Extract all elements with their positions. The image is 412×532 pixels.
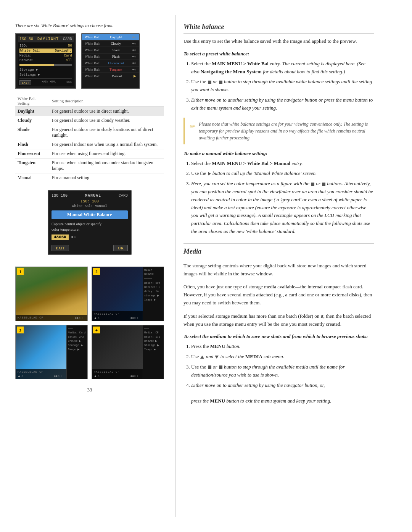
photo-number-2: 2 bbox=[93, 268, 100, 275]
photo-icons-2a: ▲ ○ bbox=[94, 316, 100, 320]
table-row: Shade For general outdoor use in shady l… bbox=[15, 125, 164, 140]
cam-settings-label: Settings ▶ bbox=[19, 73, 40, 77]
or-text-3: or bbox=[213, 364, 217, 370]
manual-card-label: CARD bbox=[119, 194, 128, 198]
photo-frame-1: HASSELBLAD CF ●●○ + − bbox=[15, 267, 88, 321]
media-section-title: Media bbox=[183, 247, 374, 258]
main-menu-bold-2: MAIN MENU > White Bal > Manual bbox=[212, 160, 290, 166]
wb-item-value-4: Flash bbox=[112, 55, 120, 58]
cam-progress-bar bbox=[19, 64, 72, 66]
wb-item-icons-4: ●○ bbox=[132, 55, 136, 58]
wb-item-label-2: White Bal: bbox=[85, 42, 100, 45]
photo-brand-4: HASSELBLAD CF bbox=[94, 370, 120, 374]
photo-side-3: ———Media: CardBatch: 2/2Browse ▶Storage … bbox=[66, 325, 87, 379]
right-column: White balance Use this entry to set the … bbox=[175, 15, 389, 517]
step3-text: Either move on to another setting by usi… bbox=[191, 97, 373, 111]
media-intro1: The storage setting controls where your … bbox=[183, 262, 374, 278]
square-icon-4 bbox=[322, 183, 325, 186]
photo-overlay-row-1: HASSELBLAD CF ●●○ + − bbox=[18, 316, 85, 320]
photo-number-4: 4 bbox=[93, 327, 100, 333]
manual-wb-bottom-row: EXIT OK bbox=[52, 243, 128, 251]
manual-exit-btn[interactable]: EXIT bbox=[52, 245, 69, 251]
table-row: Cloudy For general outdoor use in cloudy… bbox=[15, 116, 164, 125]
media-step1-text: button. bbox=[227, 343, 240, 349]
triangle-down-icon bbox=[215, 356, 219, 359]
photo-overlay-row-3: HASSELBLAD CF bbox=[18, 370, 64, 374]
wb-menu-item-fluorescent[interactable]: White Bal: Fluorescent ●○ bbox=[82, 60, 139, 66]
entry-italic-2: for details about how to find this setti… bbox=[262, 69, 345, 74]
list-item: Use the or button to step through the av… bbox=[191, 78, 374, 94]
table-row: Fluorescent For use when using fluoresce… bbox=[15, 149, 164, 158]
photo-controls-4: ▲ ○ ●●○ + − bbox=[94, 374, 141, 378]
wb-menu-item-daylight[interactable]: White Bal: Daylight ●○ bbox=[82, 34, 139, 40]
photo-side-2: MEDIABROWSE—————Batch: 004Batches: 5dela… bbox=[143, 267, 164, 321]
cam-wb-value: Daylight bbox=[55, 49, 71, 53]
manual-wb-container: ISO 100 MANUAL CARD ISO: 100 White Bal: … bbox=[15, 190, 164, 255]
media-bold: MEDIA bbox=[245, 354, 262, 359]
photo-brand-3: HASSELBLAD CF bbox=[18, 370, 43, 374]
photo-brand-2: HASSELBLAD CF bbox=[94, 312, 120, 315]
photo-item-4: 4 ———Media: CFBatch: 1/1Browse ▶Storage … bbox=[92, 325, 164, 380]
wb-desc-tungsten: For use when shooting indoors under stan… bbox=[50, 158, 164, 173]
photo-icons-1: ●●○ + − bbox=[75, 316, 85, 320]
square-icon-6 bbox=[219, 365, 222, 369]
media-steps: Press the MENU button. Use and to select… bbox=[191, 343, 374, 405]
manual-wb-instruction: Capture neutral object or specifycolor t… bbox=[52, 222, 128, 232]
wb-menu-item-tungsten[interactable]: White Bal: Tungsten ●○ bbox=[82, 66, 139, 73]
wb-col2-header: Setting description bbox=[50, 95, 164, 107]
photo-side-text-4: ———Media: CFBatch: 1/1Browse ▶Storage ▶I… bbox=[144, 327, 163, 352]
or-text-1: or bbox=[213, 79, 217, 84]
wb-setting-shade: Shade bbox=[15, 125, 50, 140]
wb-setting-cloudy: Cloudy bbox=[15, 116, 50, 125]
photo-controls-2: ▲ ○ ●●○ + − bbox=[94, 316, 141, 320]
photo-brand-1: HASSELBLAD CF bbox=[18, 316, 43, 319]
cam-exit-btn[interactable]: EXIT bbox=[19, 80, 31, 85]
wb-menu: White Bal: Daylight ●○ White Bal: Cloudy… bbox=[81, 33, 140, 89]
cam-mainmenu-label: MAIN MENU bbox=[42, 80, 56, 85]
wb-item-label-4: White Bal: bbox=[85, 55, 100, 58]
manual-mode-label: MANUAL bbox=[85, 194, 101, 198]
wb-item-value-1: Daylight bbox=[110, 35, 122, 39]
media-step4b: press the bbox=[191, 398, 210, 404]
wb-setting-fluorescent: Fluorescent bbox=[15, 149, 50, 158]
manual-wb-top-row: ISO 100 MANUAL CARD bbox=[52, 194, 128, 198]
manual-ok-btn[interactable]: OK bbox=[113, 245, 128, 251]
wb-item-value-6: Tungsten bbox=[109, 68, 122, 71]
or-text-2: or bbox=[316, 181, 322, 186]
list-item: Select the MAIN MENU > White Bal entry. … bbox=[191, 60, 374, 76]
photo-item-3: 3 ———Media: CardBatch: 2/2Browse ▶Storag… bbox=[15, 325, 88, 380]
page-number: 33 bbox=[15, 379, 164, 397]
photo-icons-3a: ▲ ○ bbox=[18, 374, 23, 378]
cam-media-value: Card bbox=[64, 54, 72, 58]
wb-menu-item-cloudy[interactable]: White Bal: Cloudy ●○ bbox=[82, 40, 139, 47]
manual-step3-detail: buttons. Alternatively, you can position… bbox=[191, 181, 373, 234]
photo-controls-3: ▲ ○ ●●○ + − bbox=[18, 374, 64, 378]
left-column: There are six 'White Balance' settings t… bbox=[0, 15, 175, 517]
cam-iso-label: ISO: bbox=[19, 44, 28, 48]
wb-desc-daylight: For general outdoor use in direct sunlig… bbox=[50, 107, 164, 116]
photo-side-text-3: ———Media: CardBatch: 2/2Browse ▶Storage … bbox=[68, 327, 86, 352]
wb-setting-tungsten: Tungsten bbox=[15, 158, 50, 173]
wb-setting-manual: Manual bbox=[15, 173, 50, 183]
wb-section-title: White balance bbox=[183, 23, 374, 34]
triangle-up-icon bbox=[200, 356, 204, 359]
menu-bold-1: MENU bbox=[210, 343, 225, 349]
wb-menu-item-flash[interactable]: White Bal: Flash ●○ bbox=[82, 53, 139, 60]
list-item: Press the MENU button. bbox=[191, 343, 374, 351]
photo-number-3: 3 bbox=[17, 327, 24, 333]
note-italic: Please note that white balance settings … bbox=[199, 121, 368, 141]
wb-menu-item-manual[interactable]: White Bal: Manual ▶ bbox=[82, 73, 139, 79]
cam-iso: ISO 50 bbox=[19, 37, 33, 41]
cam-browse-label: Browse: bbox=[19, 58, 34, 62]
cam-storage-label: Storage ▶ bbox=[19, 68, 38, 72]
step2-text: button to step through the available whi… bbox=[191, 79, 372, 92]
list-item: Use and to select the MEDIA sub-menu. bbox=[191, 353, 374, 361]
list-item: Here, you can set the color temperature … bbox=[191, 180, 374, 236]
manual-step2-text: button to call up the 'Manual White Bala… bbox=[212, 170, 317, 176]
photo-grid: 1 HASSELBLAD CF ●●○ + − 2 bbox=[15, 267, 164, 379]
wb-item-label-1: White Bal: bbox=[85, 35, 100, 39]
wb-preset-title: To select a preset white balance: bbox=[183, 51, 374, 57]
cam-browse-value: All bbox=[66, 58, 72, 62]
media-step4c: button to exit the menu system and keep … bbox=[225, 398, 331, 404]
wb-menu-item-shade[interactable]: White Bal: Shade ●○ bbox=[82, 47, 139, 53]
